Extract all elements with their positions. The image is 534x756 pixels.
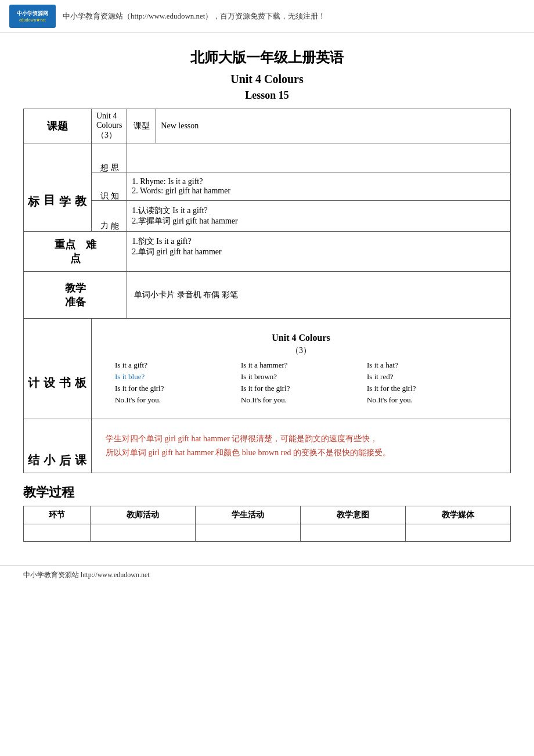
zhongdian-content: 1.韵文 Is it a gift? 2.单词 girl gift hat ha… (127, 232, 511, 272)
row-zhongdian: 重点 难点 1.韵文 Is it a gift? 2.单词 girl gift … (24, 232, 511, 272)
zhishi-line1: 1. Rhyme: Is it a gift? (132, 177, 506, 186)
keti-type-value: New lesson (156, 109, 511, 143)
banshu-l1c1: Is it a gift? (115, 361, 235, 370)
kehou-label: 课后小结 (24, 419, 92, 473)
process-data-row (24, 524, 511, 541)
jiaoxue-mubiao-label: 教学目标 (24, 143, 92, 232)
process-col-xuesheng: 学生活动 (196, 506, 301, 524)
process-header-row: 环节 教师活动 学生活动 教学意图 教学媒体 (24, 506, 511, 524)
kehou-content: 学生对四个单词 girl gift hat hammer 记得很清楚，可能是韵文… (92, 419, 511, 473)
nengli-content: 1.认读韵文 Is it a gift? 2.掌握单词 girl gift ha… (127, 201, 511, 232)
kehou-line2: 所以对单词 girl gift hat hammer 和颜色 blue brow… (106, 448, 391, 457)
banshu-l3c3: Is it for the girl? (367, 384, 487, 393)
process-col-jiaoxue-meiti: 教学媒体 (406, 506, 511, 524)
main-title: 北师大版一年级上册英语 (23, 48, 511, 67)
kehou-line1: 学生对四个单词 girl gift hat hammer 记得很清楚，可能是韵文… (106, 434, 378, 443)
banshu-l4c1: No.It's for you. (115, 395, 235, 405)
banshu-content: Unit 4 Colours （3） Is it a gift? Is it a… (92, 319, 511, 419)
zhishi-label: 知识 (92, 172, 127, 201)
process-table: 环节 教师活动 学生活动 教学意图 教学媒体 (23, 506, 511, 542)
lesson-title: Lesson 15 (23, 89, 511, 102)
row-jiaoxue-zhunbei: 教学准备 单词小卡片 录音机 布偶 彩笔 (24, 272, 511, 319)
nengli-line2: 2.掌握单词 girl gift hat hammer (132, 216, 506, 226)
process-section-title: 教学过程 (23, 484, 511, 501)
row-nengli: 能力 1.认读韵文 Is it a gift? 2.掌握单词 girl gift… (24, 201, 511, 232)
zhongdian-line2: 2.单词 girl gift hat hammer (132, 247, 506, 257)
banshu-l3c1: Is it for the girl? (115, 384, 235, 393)
banshu-l2c2: Is it brown? (241, 372, 361, 381)
process-cell-xuesheng (196, 524, 301, 541)
row-sixiang: 教学目标 思想 (24, 143, 511, 172)
zhishi-line2: 2. Words: girl gift hat hammer (132, 186, 506, 196)
banshu-lines: Is it a gift? Is it a hammer? Is it a ha… (115, 361, 487, 405)
banshu-label: 板书设计 (24, 319, 92, 419)
process-col-jiaoshi: 教师活动 (91, 506, 196, 524)
header: 中小学资源网 edudown★net 中小学教育资源站（http://www.e… (0, 0, 534, 33)
banshu-l4c3: No.It's for you. (367, 395, 487, 405)
zhongdian-line1: 1.韵文 Is it a gift? (132, 236, 506, 247)
header-description: 中小学教育资源站（http://www.edudown.net），百万资源免费下… (63, 11, 326, 21)
sixiang-content (127, 143, 511, 172)
row-keti: 课题 Unit 4 Colours （3） 课型 New lesson (24, 109, 511, 143)
process-col-jiaoxue-yitu: 教学意图 (301, 506, 406, 524)
row-zhishi: 知识 1. Rhyme: Is it a gift? 2. Words: gir… (24, 172, 511, 201)
logo-bottom-text: edudown★net (19, 17, 46, 23)
banshu-l1c3: Is it a hat? (367, 361, 487, 370)
jiaoxue-zhunbei-content: 单词小卡片 录音机 布偶 彩笔 (127, 272, 511, 319)
logo-top-text: 中小学资源网 (17, 10, 48, 17)
row-banshu: 板书设计 Unit 4 Colours （3） Is it a gift? Is… (24, 319, 511, 419)
nengli-line1: 1.认读韵文 Is it a gift? (132, 206, 506, 216)
logo: 中小学资源网 edudown★net (9, 5, 56, 28)
footer: 中小学教育资源站 http://www.edudown.net (0, 565, 534, 585)
process-col-huanjie: 环节 (24, 506, 91, 524)
process-cell-huanjie (24, 524, 91, 541)
banshu-sub: （3） (115, 345, 487, 356)
page-content: 北师大版一年级上册英语 Unit 4 Colours Lesson 15 课题 … (0, 33, 534, 553)
kehou-text: 学生对四个单词 girl gift hat hammer 记得很清楚，可能是韵文… (99, 426, 503, 466)
unit-title: Unit 4 Colours (23, 73, 511, 86)
banshu-l2c1: Is it blue? (115, 372, 235, 381)
banshu-unit: Unit 4 Colours (115, 333, 487, 343)
nengli-label: 能力 (92, 201, 127, 232)
process-cell-jiaoshi (91, 524, 196, 541)
keti-content: Unit 4 Colours （3） (92, 109, 127, 143)
main-table: 课题 Unit 4 Colours （3） 课型 New lesson 教学目标… (23, 109, 511, 473)
banshu-l2c3: Is it red? (367, 372, 487, 381)
process-cell-yitu (301, 524, 406, 541)
row-kehou: 课后小结 学生对四个单词 girl gift hat hammer 记得很清楚，… (24, 419, 511, 473)
zhongdian-label: 重点 难点 (24, 232, 127, 272)
sixiang-label: 思想 (92, 143, 127, 172)
keti-type-label: 课型 (127, 109, 156, 143)
jiaoxue-zhunbei-label: 教学准备 (24, 272, 127, 319)
banshu-l1c2: Is it a hammer? (241, 361, 361, 370)
banshu-l3c2: Is it for the girl? (241, 384, 361, 393)
banshu-inner: Unit 4 Colours （3） Is it a gift? Is it a… (103, 327, 499, 411)
keti-label: 课题 (24, 109, 92, 143)
zhishi-content: 1. Rhyme: Is it a gift? 2. Words: girl g… (127, 172, 511, 201)
process-cell-meiti (406, 524, 511, 541)
footer-text: 中小学教育资源站 http://www.edudown.net (23, 571, 150, 579)
banshu-l4c2: No.It's for you. (241, 395, 361, 405)
